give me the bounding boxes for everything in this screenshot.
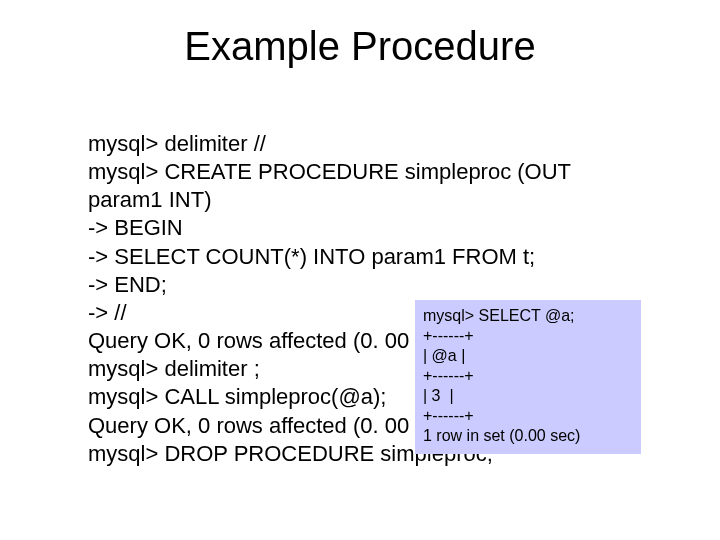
code-line: -> SELECT COUNT(*) INTO param1 FROM t;	[88, 243, 648, 271]
result-line: +------+	[423, 406, 633, 426]
code-line: mysql> delimiter //	[88, 130, 648, 158]
result-line: | 3 |	[423, 386, 633, 406]
result-line: +------+	[423, 326, 633, 346]
result-line: +------+	[423, 366, 633, 386]
result-line: | @a |	[423, 346, 633, 366]
result-line: 1 row in set (0.00 sec)	[423, 426, 633, 446]
slide-title: Example Procedure	[0, 24, 720, 69]
code-line: mysql> CREATE PROCEDURE simpleproc (OUT	[88, 158, 648, 186]
code-line: -> END;	[88, 271, 648, 299]
result-line: mysql> SELECT @a;	[423, 306, 633, 326]
code-line: -> BEGIN	[88, 214, 648, 242]
result-overlay: mysql> SELECT @a; +------+ | @a | +-----…	[415, 300, 641, 454]
slide: Example Procedure mysql> delimiter // my…	[0, 0, 720, 540]
code-line: param1 INT)	[88, 186, 648, 214]
